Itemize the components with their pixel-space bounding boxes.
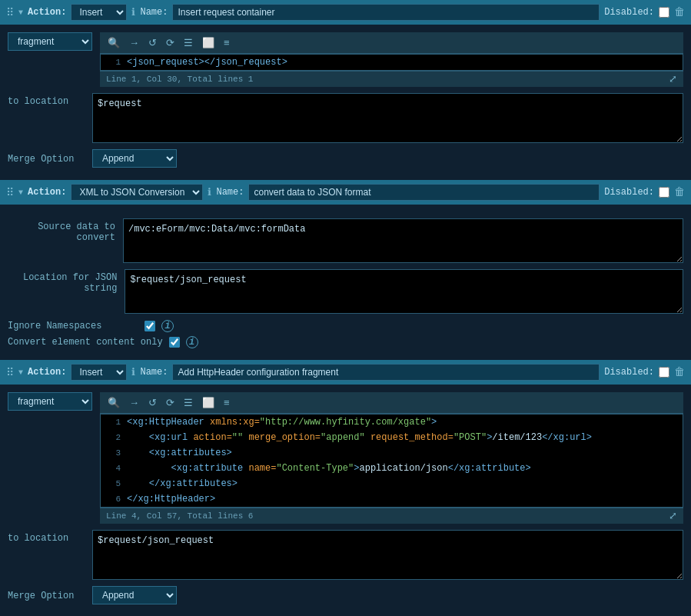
code-line-3-1: 1 <xg:HttpHeader xmlns:xg="http://www.hy… (101, 415, 683, 430)
delete-icon-1[interactable]: 🗑 (674, 6, 685, 18)
delete-icon-3[interactable]: 🗑 (674, 366, 685, 378)
toolbar-redo-1[interactable]: ⟳ (163, 35, 178, 50)
expand-arrow-3[interactable]: ▼ (18, 368, 23, 377)
ignore-ns-info[interactable]: i (161, 320, 174, 332)
to-location-row-1: to location $request (8, 93, 683, 143)
name-label-3: Name: (140, 367, 168, 378)
info-icon-3[interactable]: ℹ (131, 366, 135, 378)
status-bar-3: Line 4, Col 57, Total lines 6 ⤢ (100, 508, 683, 524)
action-content-2: Source data to convert /mvc:eForm/mvc:Da… (0, 205, 691, 360)
toolbar-search-3[interactable]: 🔍 (105, 395, 123, 410)
toolbar-arrow-1[interactable]: → (126, 35, 142, 50)
action-select-1[interactable]: Insert Delete Update (71, 4, 127, 21)
name-input-3[interactable] (172, 364, 600, 381)
action-label-2: Action: (28, 187, 66, 198)
source-label: Source data to convert (8, 218, 115, 243)
status-text-1: Line 1, Col 30, Total lines 1 (106, 75, 253, 84)
code-line-3-5: 5 </xg:attributes> (101, 476, 683, 491)
json-location-label: Location for JSON string (8, 269, 117, 294)
action-select-2[interactable]: XML to JSON Conversion Insert Delete (71, 184, 203, 201)
convert-row: Convert element content only i (8, 336, 683, 348)
disabled-check-2[interactable] (659, 187, 669, 198)
toolbar-undo-3[interactable]: ↺ (145, 395, 160, 410)
status-expand-1[interactable]: ⤢ (669, 73, 677, 85)
to-location-row-3: to location $request/json_request (8, 530, 683, 580)
convert-check[interactable] (169, 337, 180, 348)
toolbar-list-3[interactable]: ☰ (181, 395, 196, 410)
action-label-3: Action: (28, 367, 66, 378)
to-location-label-3: to location (8, 530, 85, 544)
action-select-3[interactable]: Insert Delete Update (71, 364, 127, 381)
toolbar-list-1[interactable]: ☰ (181, 35, 196, 50)
merge-label-1: Merge Option (8, 152, 85, 165)
expand-arrow-2[interactable]: ▼ (18, 188, 23, 197)
toolbar-arrow-3[interactable]: → (126, 395, 142, 410)
name-label-2: Name: (216, 187, 244, 198)
status-bar-1: Line 1, Col 30, Total lines 1 ⤢ (100, 71, 683, 87)
name-input-2[interactable] (248, 184, 600, 201)
to-location-input-1[interactable]: $request (92, 93, 683, 143)
merge-row-3: Merge Option Append Prepend Replace (8, 586, 683, 604)
toolbar-redo-3[interactable]: ⟳ (163, 395, 178, 410)
disabled-label-1: Disabled: (604, 7, 654, 18)
editor-container-1: 🔍 → ↺ ⟳ ☰ ⬜ ≡ 1 <json_request></json_req… (100, 32, 683, 87)
editor-toolbar-1: 🔍 → ↺ ⟳ ☰ ⬜ ≡ (100, 32, 683, 54)
code-line-3-2: 2 <xg:url action="" merge_option="append… (101, 430, 683, 445)
action-bar-2: ⠿ ▼ Action: XML to JSON Conversion Inser… (0, 180, 691, 205)
toolbar-expand-1[interactable]: ⬜ (199, 35, 218, 50)
action-bar-3: ⠿ ▼ Action: Insert Delete Update ℹ Name:… (0, 360, 691, 385)
fragment-editor-row-1: fragment 🔍 → ↺ ⟳ ☰ ⬜ ≡ 1 <json_requ (8, 32, 683, 87)
disabled-check-3[interactable] (659, 367, 669, 378)
toolbar-menu-1[interactable]: ≡ (221, 35, 233, 50)
name-input-1[interactable] (172, 4, 600, 21)
source-row: Source data to convert /mvc:eForm/mvc:Da… (8, 218, 683, 263)
ignore-ns-row: Ignore Namespaces i (8, 320, 683, 332)
toolbar-menu-3[interactable]: ≡ (221, 395, 233, 410)
code-line-3-3: 3 <xg:attributes> (101, 445, 683, 461)
code-line-3-6: 6 </xg:HttpHeader> (101, 491, 683, 507)
merge-select-3[interactable]: Append Prepend Replace (92, 586, 177, 604)
code-line-3-4: 4 <xg:attribute name="Content-Type">appl… (101, 461, 683, 476)
source-input[interactable]: /mvc:eForm/mvc:Data/mvc:formData (123, 218, 683, 263)
name-label-1: Name: (140, 7, 168, 18)
action-label-1: Action: (28, 7, 66, 18)
convert-info[interactable]: i (186, 336, 198, 348)
convert-label: Convert element content only (8, 337, 163, 348)
merge-select-1[interactable]: Append Prepend Replace (92, 149, 177, 168)
action-block-2: ⠿ ▼ Action: XML to JSON Conversion Inser… (0, 180, 691, 360)
drag-handle-3[interactable]: ⠿ (6, 366, 14, 379)
code-line-1-1: 1 <json_request></json_request> (101, 55, 683, 70)
disabled-label-3: Disabled: (604, 367, 654, 378)
ignore-ns-label: Ignore Namespaces (8, 321, 138, 331)
editor-container-3: 🔍 → ↺ ⟳ ☰ ⬜ ≡ 1 <xg:HttpHeader xmlns:xg=… (100, 392, 683, 524)
toolbar-expand-3[interactable]: ⬜ (199, 395, 218, 410)
action-content-3: fragment 🔍 → ↺ ⟳ ☰ ⬜ ≡ 1 <xg:HttpHe (0, 385, 691, 616)
ignore-ns-check[interactable] (145, 321, 155, 331)
drag-handle-1[interactable]: ⠿ (6, 6, 14, 19)
drag-handle-2[interactable]: ⠿ (6, 186, 14, 199)
fragment-select-3[interactable]: fragment (8, 392, 92, 411)
to-location-input-3[interactable]: $request/json_request (92, 530, 683, 580)
action-block-1: ⠿ ▼ Action: Insert Delete Update ℹ Name:… (0, 0, 691, 180)
info-icon-1[interactable]: ℹ (131, 6, 135, 18)
disabled-check-1[interactable] (659, 7, 669, 18)
json-location-input[interactable]: $request/json_request (125, 269, 683, 314)
fragment-select-1[interactable]: fragment (8, 32, 92, 51)
merge-row-1: Merge Option Append Prepend Replace (8, 149, 683, 168)
status-text-3: Line 4, Col 57, Total lines 6 (106, 511, 253, 521)
fragment-editor-row-3: fragment 🔍 → ↺ ⟳ ☰ ⬜ ≡ 1 <xg:HttpHe (8, 392, 683, 524)
code-editor-1[interactable]: 1 <json_request></json_request> (100, 54, 683, 71)
disabled-label-2: Disabled: (604, 187, 654, 198)
delete-icon-2[interactable]: 🗑 (674, 186, 685, 198)
merge-label-3: Merge Option (8, 589, 85, 601)
code-editor-3[interactable]: 1 <xg:HttpHeader xmlns:xg="http://www.hy… (100, 414, 683, 508)
toolbar-search-1[interactable]: 🔍 (105, 35, 123, 50)
to-location-label-1: to location (8, 93, 85, 107)
json-location-row: Location for JSON string $request/json_r… (8, 269, 683, 314)
info-icon-2[interactable]: ℹ (208, 186, 211, 198)
toolbar-undo-1[interactable]: ↺ (145, 35, 160, 50)
editor-toolbar-3: 🔍 → ↺ ⟳ ☰ ⬜ ≡ (100, 392, 683, 414)
action-content-1: fragment 🔍 → ↺ ⟳ ☰ ⬜ ≡ 1 <json_requ (0, 25, 691, 180)
expand-arrow-1[interactable]: ▼ (18, 8, 23, 17)
status-expand-3[interactable]: ⤢ (669, 510, 677, 522)
